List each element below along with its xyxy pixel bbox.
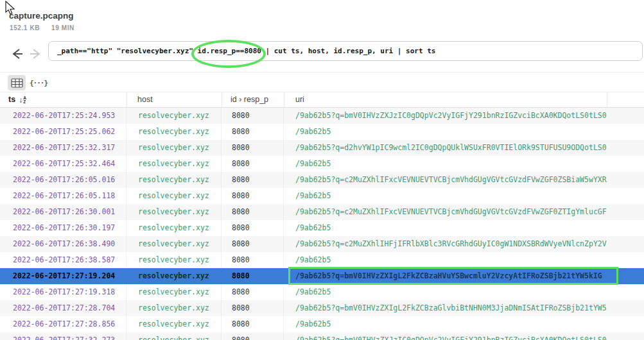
table-row[interactable]: 2022-06-20T17:27:19.318resolvecyber.xyz8… xyxy=(0,284,644,300)
titlebar: capture.pcapng 152.1 KB19 MIN xyxy=(0,0,644,36)
cell-host[interactable]: resolvecyber.xyz xyxy=(126,332,222,340)
table-row[interactable]: 2022-06-20T17:27:28.856resolvecyber.xyz8… xyxy=(0,316,644,332)
table-row[interactable]: 2022-06-20T17:26:05.016resolvecyber.xyz8… xyxy=(0,172,644,188)
view-toolbar: {···} xyxy=(0,72,644,92)
cell-ts[interactable]: 2022-06-20T17:27:28.704 xyxy=(0,300,126,316)
cell-resp-p[interactable]: 8080 xyxy=(222,284,284,300)
cell-host[interactable]: resolvecyber.xyz xyxy=(126,236,222,252)
cell-uri[interactable]: /9ab62b5 xyxy=(284,188,607,204)
cell-ts[interactable]: 2022-06-20T17:26:38.490 xyxy=(0,236,126,252)
cell-resp-p[interactable]: 8080 xyxy=(222,268,284,284)
cell-uri[interactable]: /9ab62b5 xyxy=(284,220,607,236)
cell-resp-p[interactable]: 8080 xyxy=(222,220,284,236)
cell-ts[interactable]: 2022-06-20T17:26:30.001 xyxy=(0,204,126,220)
cell-ts[interactable]: 2022-06-20T17:26:30.197 xyxy=(0,220,126,236)
cell-resp-p[interactable]: 8080 xyxy=(222,124,284,140)
column-header-host[interactable]: host xyxy=(126,92,222,107)
table-row[interactable]: 2022-06-20T17:26:05.118resolvecyber.xyz8… xyxy=(0,188,644,204)
table-row[interactable]: 2022-06-20T17:25:25.062resolvecyber.xyz8… xyxy=(0,124,644,140)
table-row[interactable]: 2022-06-20T17:26:30.001resolvecyber.xyz8… xyxy=(0,204,644,220)
cell-resp-p[interactable]: 8080 xyxy=(222,140,284,156)
cell-host[interactable]: resolvecyber.xyz xyxy=(126,316,222,332)
search-row: _path=="http" "resolvecyber.xyz" id.resp… xyxy=(0,36,644,72)
cell-gutter xyxy=(607,236,644,252)
cell-gutter xyxy=(607,220,644,236)
cell-resp-p[interactable]: 8080 xyxy=(222,172,284,188)
cell-host[interactable]: resolvecyber.xyz xyxy=(126,172,222,188)
cell-gutter xyxy=(607,188,644,204)
cell-gutter xyxy=(607,108,644,124)
cell-uri[interactable]: /9ab62b5?q=d2hvYW1pIC9wcml2IC0gDQpQUklWS… xyxy=(284,140,607,156)
search-input[interactable]: _path=="http" "resolvecyber.xyz" id.resp… xyxy=(48,41,643,61)
cell-host[interactable]: resolvecyber.xyz xyxy=(126,284,222,300)
cell-host[interactable]: resolvecyber.xyz xyxy=(126,268,222,284)
cell-ts[interactable]: 2022-06-20T17:26:05.118 xyxy=(0,188,126,204)
cell-uri[interactable]: /9ab62b5?q=c2MuZXhlIHFjIFRlbXBlc3RVcGRhd… xyxy=(284,236,607,252)
cell-gutter xyxy=(607,300,644,316)
cell-ts[interactable]: 2022-06-20T17:26:38.587 xyxy=(0,252,126,268)
cell-resp-p[interactable]: 8080 xyxy=(222,156,284,172)
cell-host[interactable]: resolvecyber.xyz xyxy=(126,156,222,172)
cell-uri[interactable]: /9ab62b5?q=bmV0IHVzZXIgL2FkZCBzaGlvbiBtN… xyxy=(284,300,607,316)
cell-resp-p[interactable]: 8080 xyxy=(222,332,284,340)
table-row[interactable]: 2022-06-20T17:25:32.464resolvecyber.xyz8… xyxy=(0,156,644,172)
column-header-ts[interactable]: ts ↓AZ xyxy=(0,92,126,107)
cell-uri[interactable]: /9ab62b5 xyxy=(284,124,607,140)
table-row[interactable]: 2022-06-20T17:26:30.197resolvecyber.xyz8… xyxy=(0,220,644,236)
cell-host[interactable]: resolvecyber.xyz xyxy=(126,140,222,156)
cell-ts[interactable]: 2022-06-20T17:25:32.464 xyxy=(0,156,126,172)
cell-uri[interactable]: /9ab62b5?q=bmV0IHVzZXJzIC0gDQpVc2VyIGFjY… xyxy=(284,108,607,124)
cell-host[interactable]: resolvecyber.xyz xyxy=(126,252,222,268)
cell-uri[interactable]: /9ab62b5 xyxy=(284,252,607,268)
cell-ts[interactable]: 2022-06-20T17:25:25.062 xyxy=(0,124,126,140)
cell-gutter xyxy=(607,204,644,220)
cell-ts[interactable]: 2022-06-20T17:26:05.016 xyxy=(0,172,126,188)
cell-uri[interactable]: /9ab62b5?q=c2MuZXhlIFxcVEVNUEVTVCBjcmVhd… xyxy=(284,172,607,188)
table-row[interactable]: 2022-06-20T17:25:24.953resolvecyber.xyz8… xyxy=(0,108,644,124)
cell-ts[interactable]: 2022-06-20T17:27:19.318 xyxy=(0,284,126,300)
cell-resp-p[interactable]: 8080 xyxy=(222,204,284,220)
cell-ts[interactable]: 2022-06-20T17:27:19.204 xyxy=(0,268,126,284)
cell-host[interactable]: resolvecyber.xyz xyxy=(126,188,222,204)
cell-ts[interactable]: 2022-06-20T17:27:28.856 xyxy=(0,316,126,332)
column-header-resp-p[interactable]: id › resp_p xyxy=(222,92,284,107)
cell-resp-p[interactable]: 8080 xyxy=(222,188,284,204)
table-row[interactable]: 2022-06-20T17:26:38.587resolvecyber.xyz8… xyxy=(0,252,644,268)
cell-gutter xyxy=(607,172,644,188)
cell-ts[interactable]: 2022-06-20T17:25:24.953 xyxy=(0,108,126,124)
cell-host[interactable]: resolvecyber.xyz xyxy=(126,204,222,220)
cell-host[interactable]: resolvecyber.xyz xyxy=(126,220,222,236)
table-body: 2022-06-20T17:25:24.953resolvecyber.xyz8… xyxy=(0,108,644,340)
cell-resp-p[interactable]: 8080 xyxy=(222,236,284,252)
cell-resp-p[interactable]: 8080 xyxy=(222,252,284,268)
forward-arrow-icon[interactable] xyxy=(28,46,44,62)
sort-descending-icon[interactable]: ↓AZ xyxy=(19,96,26,104)
json-view-label: {···} xyxy=(30,79,48,87)
cell-host[interactable]: resolvecyber.xyz xyxy=(126,300,222,316)
cell-resp-p[interactable]: 8080 xyxy=(222,316,284,332)
table-row[interactable]: 2022-06-20T17:27:19.204resolvecyber.xyz8… xyxy=(0,268,644,284)
column-header-gutter xyxy=(607,92,644,107)
cell-uri[interactable]: /9ab62b5?q=bmV0IHVzZXIgL2FkZCBzaHVuYSBwc… xyxy=(284,268,607,284)
table-row[interactable]: 2022-06-20T17:25:32.317resolvecyber.xyz8… xyxy=(0,140,644,156)
column-header-uri[interactable]: uri xyxy=(284,92,607,107)
cell-host[interactable]: resolvecyber.xyz xyxy=(126,124,222,140)
cell-uri[interactable]: /9ab62b5?q=bmV0IHVzZXJzIC0gDQpVc2VyIGFjY… xyxy=(284,332,607,340)
cell-gutter xyxy=(607,332,644,340)
table-row[interactable]: 2022-06-20T17:27:28.704resolvecyber.xyz8… xyxy=(0,300,644,316)
cell-resp-p[interactable]: 8080 xyxy=(222,108,284,124)
cell-uri[interactable]: /9ab62b5 xyxy=(284,156,607,172)
cell-uri[interactable]: /9ab62b5 xyxy=(284,284,607,300)
json-view-icon[interactable]: {···} xyxy=(30,75,48,90)
table-row[interactable]: 2022-06-20T17:26:38.490resolvecyber.xyz8… xyxy=(0,236,644,252)
table-view-icon[interactable] xyxy=(8,75,26,90)
table-row[interactable]: 2022-06-20T17:27:32.273resolvecyber.xyz8… xyxy=(0,332,644,340)
back-arrow-icon[interactable] xyxy=(9,46,24,62)
cell-host[interactable]: resolvecyber.xyz xyxy=(126,108,222,124)
column-header-ts-label: ts xyxy=(8,92,15,107)
cell-uri[interactable]: /9ab62b5?q=c2MuZXhlIFxcVEVNUEVTVCBjcmVhd… xyxy=(284,204,607,220)
cell-resp-p[interactable]: 8080 xyxy=(222,300,284,316)
cell-uri[interactable]: /9ab62b5 xyxy=(284,316,607,332)
cell-ts[interactable]: 2022-06-20T17:27:32.273 xyxy=(0,332,126,340)
cell-ts[interactable]: 2022-06-20T17:25:32.317 xyxy=(0,140,126,156)
